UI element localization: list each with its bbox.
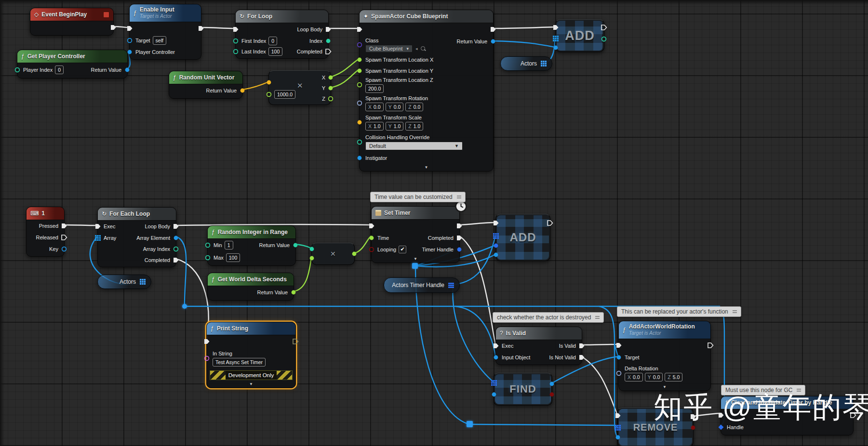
exec-isvalid-addrotation[interactable] [581, 344, 618, 345]
input-key-1[interactable]: ⌨1PressedReleasedKey [26, 207, 65, 257]
is-valid[interactable]: ?Is ValidExecIs ValidInput ObjectIs Not … [495, 327, 582, 365]
time-pin[interactable] [368, 235, 375, 241]
exec-pin[interactable] [615, 342, 622, 349]
circle-pin[interactable] [266, 79, 272, 86]
expand-arrow-icon[interactable]: ▼ [372, 255, 459, 262]
return-value-pin[interactable] [290, 289, 297, 296]
key-pin[interactable] [61, 246, 67, 252]
spawn-transform-rotation-fields-z[interactable]: Z0.0 [405, 103, 423, 111]
add-actor-world-rotation[interactable]: ƒAddActorWorldRotationTarget is ActorTar… [618, 321, 711, 391]
random-integer-in-range-header[interactable]: ƒRandom Integer in Range [208, 226, 295, 239]
event-begin-play-header[interactable]: ◇Event BeginPlay [30, 8, 113, 21]
loop-body-pin[interactable] [325, 26, 332, 33]
delta-rotation-pin[interactable] [615, 370, 622, 377]
exec-pin[interactable] [493, 342, 499, 349]
use-selected-icon[interactable]: ◂ [415, 46, 418, 51]
bars-array-icon[interactable] [448, 282, 454, 289]
max-pin[interactable] [204, 254, 211, 261]
actors-pill-top[interactable]: Actors [500, 56, 552, 71]
exec-pin[interactable] [368, 223, 375, 229]
blueprint-graph-canvas[interactable]: ◇Event BeginPlayƒGet Player ControllerPl… [0, 0, 868, 446]
enable-input-header[interactable]: ƒEnable InputTarget is Actor [130, 4, 201, 22]
released-pin[interactable] [61, 234, 67, 241]
multiply-int-float[interactable]: ✕ [311, 243, 355, 265]
class-dropdown[interactable]: Cube Blueprint▾ [365, 45, 413, 52]
max-field[interactable]: 100 [226, 253, 240, 262]
exec-pin[interactable] [198, 25, 204, 32]
spawn-transform-scale-fields-y[interactable]: Y1.0 [386, 122, 404, 131]
delta-rotation-fields-z[interactable]: Z5.0 [665, 373, 682, 381]
array-element-pin[interactable] [173, 235, 179, 241]
index-pin[interactable] [325, 38, 332, 44]
exec-isnotvalid-remove[interactable] [581, 356, 617, 415]
circle-pin[interactable] [493, 242, 499, 249]
random-unit-vector[interactable]: ƒRandom Unit VectorReturn Value [169, 71, 243, 99]
is-not-valid-pin[interactable] [578, 354, 585, 361]
spawn-actor-cube-blueprint[interactable]: ✦SpawnActor Cube BlueprintClassCube Blue… [359, 10, 494, 171]
spawn-transform-location-z-pin[interactable] [356, 81, 363, 88]
exec-spawn-add[interactable] [493, 27, 555, 28]
return-value-pin[interactable] [490, 38, 496, 45]
target-field[interactable]: self [153, 36, 166, 45]
collision-handling-override-pin[interactable] [356, 139, 363, 145]
exec-pin[interactable] [203, 338, 210, 345]
last-index-field[interactable]: 100 [268, 47, 283, 56]
comment-pin-icon[interactable] [595, 315, 600, 320]
X-pin[interactable] [327, 74, 334, 81]
vec-randomunit-multiply[interactable] [242, 82, 268, 90]
comment-pin-icon[interactable] [457, 195, 461, 200]
float-worlddelta-mult[interactable] [293, 258, 311, 291]
add-timer-handle-array[interactable]: ADD [495, 214, 550, 261]
is-valid-pin[interactable] [578, 342, 585, 349]
grid-pin[interactable] [493, 233, 499, 239]
spawn-transform-location-z-field[interactable]: 200.0 [365, 84, 384, 93]
circle-pin[interactable] [548, 391, 555, 398]
exec-pin[interactable] [94, 223, 101, 230]
for-each-loop[interactable]: ↻For Each LoopExecLoop BodyArrayArray El… [97, 207, 176, 267]
circle-pin[interactable] [491, 391, 497, 398]
exec-pin[interactable] [493, 220, 499, 226]
float-multy-spawny[interactable] [330, 69, 359, 88]
reroute-timer-handle[interactable] [467, 421, 473, 427]
spawn-transform-rotation-fields-y[interactable]: Y0.0 [386, 103, 404, 111]
timer-handle-pin[interactable] [456, 246, 463, 253]
add-actors-array[interactable]: ADD [555, 19, 604, 52]
comment-set-timer[interactable]: Time value can be customized [370, 192, 466, 202]
circle-pin[interactable] [308, 246, 315, 252]
spawn-transform-scale-fields-z[interactable]: Z1.0 [405, 122, 423, 131]
pressed-pin[interactable] [61, 223, 67, 229]
comment-is-valid[interactable]: check whether the actor is destroyed [493, 312, 604, 323]
float-multx-spawnx[interactable] [330, 59, 359, 77]
circle-pin[interactable] [601, 36, 607, 42]
input-key-1-header[interactable]: ⌨1 [27, 207, 64, 220]
comment-pin-icon[interactable] [733, 309, 737, 315]
value-field[interactable]: 1000.0 [274, 90, 295, 99]
actors-timer-handle-pill[interactable]: Actors Timer Handle [384, 277, 460, 293]
spawn-transform-location-x-pin[interactable] [356, 56, 363, 63]
exec-pin[interactable] [490, 26, 496, 33]
for-loop-header[interactable]: ↻For Loop [236, 10, 328, 23]
return-value-pin[interactable] [124, 66, 131, 73]
spawn-transform-scale-fields-x[interactable]: X1.0 [365, 122, 384, 131]
circle-pin[interactable] [552, 44, 559, 51]
input-object-pin[interactable] [493, 354, 499, 361]
for-each-loop-header[interactable]: ↻For Each Loop [98, 208, 176, 221]
delta-rotation-fields-y[interactable]: Y0.0 [645, 373, 663, 381]
exec-pin[interactable] [356, 26, 363, 33]
spawn-transform-scale-pin[interactable] [356, 119, 363, 126]
get-player-controller-header[interactable]: ƒGet Player Controller [17, 50, 127, 63]
Y-pin[interactable] [327, 85, 334, 92]
exec-enableinput-forloop[interactable] [200, 27, 235, 28]
circle-pin[interactable] [493, 251, 499, 258]
target-pin[interactable] [126, 37, 133, 44]
exec-pin[interactable] [232, 26, 239, 33]
random-integer-in-range[interactable]: ƒRandom Integer in RangeMin1Return Value… [207, 225, 296, 266]
exec-pin[interactable] [614, 412, 621, 419]
browse-icon[interactable] [421, 46, 425, 51]
obj-reroute-remove[interactable] [473, 424, 617, 427]
return-value-pin[interactable] [239, 87, 246, 94]
exec-pin[interactable] [601, 24, 607, 31]
in-string-pin[interactable] [203, 355, 210, 362]
exec-pin[interactable] [547, 220, 553, 226]
circle-pin[interactable] [614, 434, 621, 441]
